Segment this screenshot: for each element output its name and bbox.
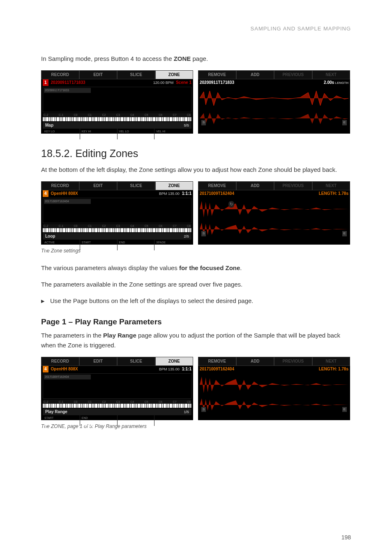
page-header-breadcrumb: SAMPLING AND SAMPLE MAPPING [41,25,351,33]
sample-name: OpenHH 808X [51,366,78,372]
waveform-upper[interactable] [200,375,348,395]
time-ratio: 1:1:1 [182,366,191,372]
btn-add[interactable]: ADD [236,181,274,190]
tab-record[interactable]: RECORD [41,357,79,366]
tab-zone[interactable]: ZONE [155,181,194,190]
tab-edit[interactable]: EDIT [79,357,118,366]
tab-edit[interactable]: EDIT [79,181,118,190]
length-value: LENGTH: 1.78s [319,190,348,197]
zone-map-area[interactable]: 20171009T162404 [43,198,191,223]
instruction-row: ▶ Use the Page buttons on the left of th… [41,296,351,306]
piano-ruler [43,404,191,408]
scene-label: Scene 1 [176,79,191,86]
tab-edit[interactable]: EDIT [79,70,118,79]
page-number: 198 [341,533,351,542]
section-playrange: Play Range 1/5 [43,409,191,415]
tab-record[interactable]: RECORD [41,181,79,190]
section-map: Map 5/5 [43,122,191,129]
tab-zone[interactable]: ZONE [155,70,194,79]
intro-text: In Sampling mode, press Button 4 to acce… [41,54,351,64]
tab-slice[interactable]: SLICE [117,357,155,366]
five-pages-text: The parameters available in the Zone set… [41,280,351,289]
end-marker: E [342,231,347,236]
note-ruler: C-2C-1C0C1C2C3C4C5C6C7C8 [43,400,191,404]
play-range-desc: The parameters in the Play Range page al… [41,331,351,350]
note-ruler: C-2C-1C0C1C2C3C4C5C6C7C8 [43,113,191,117]
section-loop: Loop 2/5 [43,233,191,240]
tab-slice[interactable]: SLICE [117,181,155,190]
tab-record[interactable]: RECORD [41,70,79,79]
slot-number: 4 [43,190,48,197]
zone-map-area[interactable]: 20171009T162404 [43,373,191,399]
zone-rect[interactable]: 20200911T171833 [44,88,91,93]
note-ruler: C-2C-1C0C1C2C3C4C5C6C7C8 [43,224,191,228]
start-marker: S [201,231,206,236]
start-marker: S [201,120,206,125]
zone-rect[interactable]: 20171009T162404 [44,199,91,204]
btn-add[interactable]: ADD [236,70,274,79]
screenshot-zone-map: RECORD EDIT SLICE ZONE 1 20200911T171833… [41,70,351,134]
start-marker: S [201,407,206,412]
btn-next: NEXT [312,357,350,366]
btn-previous: PREVIOUS [274,357,312,366]
end-marker: E [342,407,347,412]
right-sample-name: 20171009T162404 [200,190,234,197]
right-sample-name: 20171009T162404 [200,366,234,372]
btn-remove[interactable]: REMOVE [198,70,236,79]
sample-name: OpenHH 808X [51,190,78,197]
sample-name: 20200911T171833 [51,79,85,86]
editing-zones-desc: At the bottom of the left display, the Z… [41,165,351,175]
btn-previous: PREVIOUS [274,70,312,79]
length-value: LENGTH: 1.78s [319,366,348,372]
btn-previous: PREVIOUS [274,181,312,190]
screenshot-zone-loop: RECORD EDIT SLICE ZONE 4 OpenHH 808X BPM… [41,181,351,245]
screenshot-zone-playrange: RECORD EDIT SLICE ZONE 4 OpenHH 808X BPM… [41,357,351,420]
waveform-upper[interactable] [200,88,348,108]
btn-next: NEXT [312,181,350,190]
piano-ruler [43,228,191,232]
waveform-upper[interactable]: ↻ [200,199,348,219]
slot-number: 1 [43,79,48,86]
zone-map-area[interactable]: 20200911T171833 [43,87,191,112]
btn-next: NEXT [312,70,350,79]
tab-slice[interactable]: SLICE [117,70,155,79]
focused-zone-text: The various parameters always display th… [41,263,351,273]
btn-remove[interactable]: REMOVE [198,181,236,190]
btn-remove[interactable]: REMOVE [198,357,236,366]
btn-add[interactable]: ADD [236,357,274,366]
tab-zone[interactable]: ZONE [155,357,194,366]
end-marker: E [342,120,347,125]
slot-number: 4 [43,366,48,372]
right-sample-name: 20200911T171833 [200,79,234,86]
time-ratio: 1:1:1 [182,190,191,197]
waveform-lower[interactable]: S E [200,222,348,237]
loop-icon: ↻ [228,201,234,208]
waveform-lower[interactable]: S E [200,111,348,126]
waveform-lower[interactable]: S E [200,397,348,413]
zone-rect[interactable]: 20171009T162404 [44,375,91,379]
play-icon: ▶ [41,298,44,305]
length-value: 2.00sLENGTH [324,79,348,86]
heading-page1: Page 1 – Play Range Parameters [41,316,351,328]
heading-editing-zones: 18.5.2. Editing Zones [41,145,351,162]
piano-ruler [43,117,191,121]
